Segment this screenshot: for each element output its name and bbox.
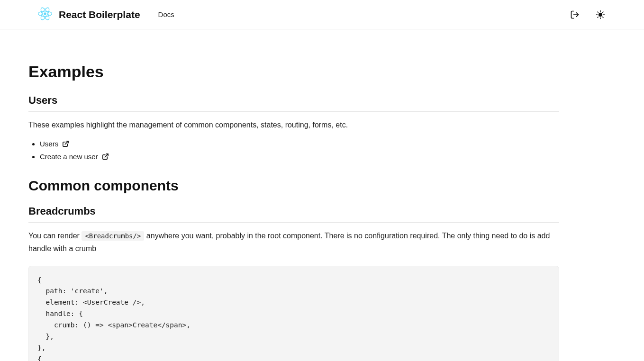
svg-line-13 <box>603 12 603 12</box>
svg-line-14 <box>65 141 68 144</box>
external-link-icon <box>62 140 69 147</box>
section-common-heading: Common components <box>28 178 559 194</box>
nav-docs-link[interactable]: Docs <box>158 10 174 18</box>
top-header: React Boilerplate Docs <box>0 0 644 29</box>
logout-icon[interactable] <box>569 9 581 20</box>
page-title: Examples <box>28 63 559 81</box>
users-links: Users Create a new user <box>28 140 559 161</box>
header-left: React Boilerplate Docs <box>38 7 174 23</box>
users-intro: These examples highlight the management … <box>28 118 559 131</box>
svg-line-15 <box>105 154 108 157</box>
create-user-link[interactable]: Create a new user <box>40 153 109 161</box>
section-breadcrumbs-heading: Breadcrumbs <box>28 205 559 223</box>
code-block: { path: 'create', element: <UserCreate /… <box>28 266 559 361</box>
brand-title: React Boilerplate <box>59 9 140 20</box>
svg-line-12 <box>598 17 598 17</box>
list-item: Users <box>40 140 559 148</box>
brand[interactable]: React Boilerplate <box>38 7 140 23</box>
link-label: Users <box>40 140 58 148</box>
section-users-heading: Users <box>28 94 559 112</box>
header-right <box>569 9 606 20</box>
breadcrumbs-description: You can render <Breadcrumbs/> anywhere y… <box>28 229 559 255</box>
svg-point-0 <box>44 12 46 15</box>
theme-toggle-icon[interactable] <box>595 9 606 20</box>
main-content: Examples Users These examples highlight … <box>0 29 588 361</box>
svg-line-9 <box>603 17 603 17</box>
link-label: Create a new user <box>40 153 98 161</box>
users-link[interactable]: Users <box>40 140 69 148</box>
svg-line-8 <box>598 12 598 12</box>
inline-code: <Breadcrumbs/> <box>82 231 144 241</box>
list-item: Create a new user <box>40 153 559 161</box>
desc-part-1: You can render <box>28 232 82 240</box>
svg-point-5 <box>599 13 602 16</box>
react-logo-icon <box>38 7 52 23</box>
external-link-icon <box>102 153 109 160</box>
